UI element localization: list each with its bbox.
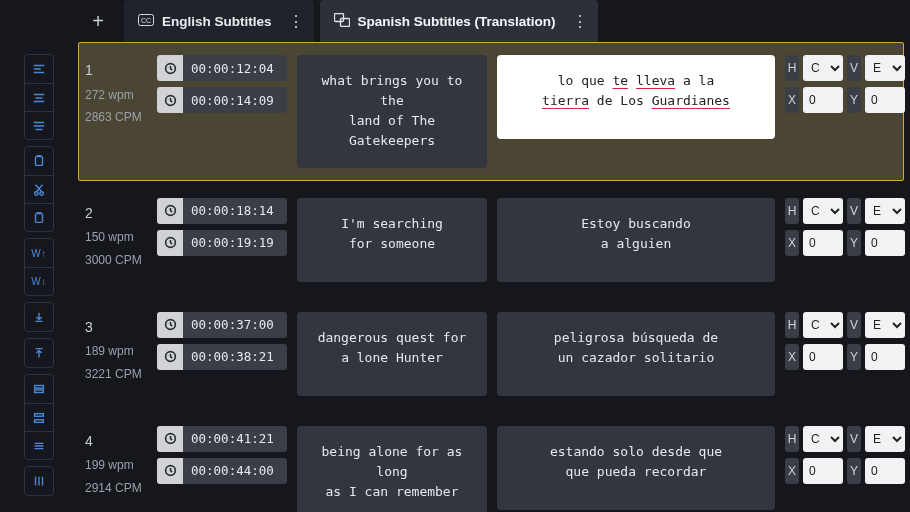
timecode-out[interactable]: 00:00:19:19 — [157, 230, 287, 256]
subtitle-row[interactable]: 1272 wpm2863 CPM00:00:12:0400:00:14:09wh… — [78, 42, 904, 181]
y-input[interactable] — [865, 230, 905, 256]
source-text[interactable]: being alone for as long as I can remembe… — [297, 426, 487, 512]
v-select[interactable]: E — [865, 426, 905, 452]
timecode-value: 00:00:12:04 — [183, 61, 287, 76]
subtitle-row[interactable]: 2150 wpm3000 CPM00:00:18:1400:00:19:19I'… — [78, 185, 904, 295]
send-down-button[interactable] — [25, 303, 53, 331]
tab-label: Spanish Subtitles (Translation) — [358, 14, 556, 29]
source-text[interactable]: dangerous quest for a lone Hunter — [297, 312, 487, 396]
add-tab-button[interactable]: + — [78, 0, 118, 42]
timecode-out[interactable]: 00:00:14:09 — [157, 87, 287, 113]
spellcheck-word[interactable]: Guardianes — [652, 93, 730, 108]
row-index: 4 — [85, 428, 147, 455]
x-input[interactable] — [803, 458, 843, 484]
subtitle-row[interactable]: 3189 wpm3221 CPM00:00:37:0000:00:38:21da… — [78, 299, 904, 409]
v-select[interactable]: E — [865, 312, 905, 338]
h-label: H — [785, 55, 799, 81]
y-label: Y — [847, 230, 861, 256]
row-meta: 3189 wpm3221 CPM — [85, 312, 147, 386]
row-cpm: 3221 CPM — [85, 363, 147, 386]
align-left-3-button[interactable] — [25, 111, 53, 139]
x-input[interactable] — [803, 344, 843, 370]
word-down-button[interactable]: W↓ — [25, 267, 53, 295]
tab-menu-button[interactable]: ⋮ — [284, 9, 308, 33]
x-input[interactable] — [803, 230, 843, 256]
target-text[interactable]: peligrosa búsqueda de un cazador solitar… — [497, 312, 775, 396]
row-wpm: 150 wpm — [85, 226, 147, 249]
tab-label: English Subtitles — [162, 14, 272, 29]
word-up-button[interactable]: W↑ — [25, 239, 53, 267]
tab-spanish[interactable]: Spanish Subtitles (Translation) ⋮ — [320, 0, 598, 42]
spellcheck-word[interactable]: lleva — [636, 73, 675, 88]
svg-point-2 — [40, 191, 44, 195]
toolbar-group-arrow-up — [24, 338, 54, 368]
h-select[interactable]: C — [803, 55, 843, 81]
timecode-in[interactable]: 00:00:37:00 — [157, 312, 287, 338]
source-text[interactable]: I'm searching for someone — [297, 198, 487, 282]
v-label: V — [847, 312, 861, 338]
target-text[interactable]: estando solo desde que que pueda recorda… — [497, 426, 775, 510]
timecode-in[interactable]: 00:00:18:14 — [157, 198, 287, 224]
v-select[interactable]: E — [865, 198, 905, 224]
h-select[interactable]: C — [803, 198, 843, 224]
svg-rect-10 — [334, 13, 343, 21]
row-wpm: 199 wpm — [85, 454, 147, 477]
translate-icon — [334, 13, 350, 30]
clock-icon — [157, 426, 183, 452]
alignment-controls: HCVEXY — [785, 55, 903, 113]
alignment-controls: HCVEXY — [785, 198, 903, 256]
target-text[interactable]: lo que te lleva a la tierra de Los Guard… — [497, 55, 775, 139]
row-cpm: 2914 CPM — [85, 477, 147, 500]
h-select[interactable]: C — [803, 312, 843, 338]
row-meta: 1272 wpm2863 CPM — [85, 55, 147, 129]
clock-icon — [157, 458, 183, 484]
send-up-button[interactable] — [25, 339, 53, 367]
row-timecodes: 00:00:41:2100:00:44:00 — [157, 426, 287, 484]
timecode-in[interactable]: 00:00:41:21 — [157, 426, 287, 452]
alignment-controls: HCVEXY — [785, 312, 903, 370]
target-text[interactable]: Estoy buscando a alguien — [497, 198, 775, 282]
clock-icon — [157, 312, 183, 338]
clock-icon — [157, 55, 183, 81]
timecode-value: 00:00:41:21 — [183, 431, 287, 446]
timecode-out[interactable]: 00:00:44:00 — [157, 458, 287, 484]
toolbar-group-stack — [24, 374, 54, 460]
x-label: X — [785, 230, 799, 256]
stack-1-button[interactable] — [25, 375, 53, 403]
stack-3-button[interactable] — [25, 431, 53, 459]
y-label: Y — [847, 87, 861, 113]
row-cpm: 2863 CPM — [85, 106, 147, 129]
h-label: H — [785, 198, 799, 224]
timecode-out[interactable]: 00:00:38:21 — [157, 344, 287, 370]
timecode-in[interactable]: 00:00:12:04 — [157, 55, 287, 81]
y-input[interactable] — [865, 87, 905, 113]
y-input[interactable] — [865, 344, 905, 370]
y-input[interactable] — [865, 458, 905, 484]
subtitle-rows: 1272 wpm2863 CPM00:00:12:0400:00:14:09wh… — [78, 42, 910, 512]
paste-button[interactable] — [25, 203, 53, 231]
subtitle-row[interactable]: 4199 wpm2914 CPM00:00:41:2100:00:44:00be… — [78, 413, 904, 512]
svg-rect-5 — [35, 390, 44, 393]
tab-menu-button[interactable]: ⋮ — [568, 9, 592, 33]
x-label: X — [785, 87, 799, 113]
h-label: H — [785, 312, 799, 338]
toolbar-group-word: W↑ W↓ — [24, 238, 54, 296]
toolbar-group-clipboard — [24, 146, 54, 232]
x-label: X — [785, 344, 799, 370]
spellcheck-word[interactable]: te — [613, 73, 629, 88]
copy-button[interactable] — [25, 147, 53, 175]
timecode-value: 00:00:19:19 — [183, 235, 287, 250]
x-input[interactable] — [803, 87, 843, 113]
cc-icon: CC — [138, 14, 154, 29]
h-select[interactable]: C — [803, 426, 843, 452]
bars-button[interactable] — [25, 467, 53, 495]
cut-button[interactable] — [25, 175, 53, 203]
tab-english[interactable]: CC English Subtitles ⋮ — [124, 0, 314, 42]
align-left-1-button[interactable] — [25, 55, 53, 83]
source-text[interactable]: what brings you to the land of The Gatek… — [297, 55, 487, 168]
stack-2-button[interactable] — [25, 403, 53, 431]
spellcheck-word[interactable]: tierra — [542, 93, 589, 108]
row-meta: 4199 wpm2914 CPM — [85, 426, 147, 500]
v-select[interactable]: E — [865, 55, 905, 81]
align-left-2-button[interactable] — [25, 83, 53, 111]
